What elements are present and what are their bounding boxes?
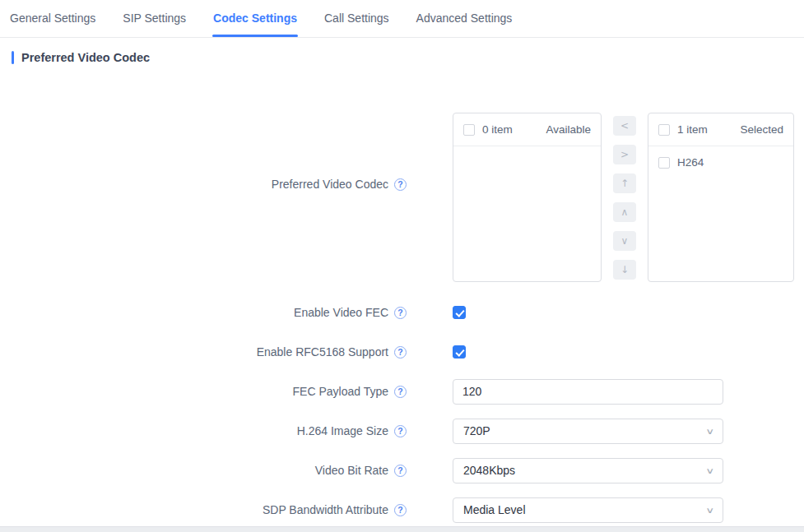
- section-header: Preferred Video Codec: [12, 50, 804, 65]
- chevron-left-icon: <: [620, 121, 629, 131]
- list-item-h264[interactable]: H264: [648, 151, 793, 173]
- sdp-bandwidth-attribute-value: Media Level: [463, 503, 526, 516]
- section-accent-bar: [12, 51, 14, 64]
- help-icon[interactable]: ?: [394, 346, 407, 359]
- dropdown-chevron-icon: ∨: [705, 506, 714, 515]
- selected-list-header: 1 item Selected: [648, 113, 793, 146]
- h264-image-size-label: H.264 Image Size: [297, 424, 388, 437]
- tab-general-settings[interactable]: General Settings: [10, 0, 95, 37]
- help-icon[interactable]: ?: [394, 465, 407, 477]
- preferred-video-codec-label: Preferred Video Codec: [272, 178, 388, 191]
- move-right-button[interactable]: >: [613, 145, 636, 164]
- video-bit-rate-label: Video Bit Rate: [315, 464, 388, 477]
- row-video-bit-rate: Video Bit Rate ? 2048Kbps ∨: [0, 451, 804, 490]
- available-count: 0 item: [482, 123, 513, 136]
- content-bottom-divider: [0, 526, 804, 532]
- move-down-button[interactable]: ∨: [613, 231, 636, 251]
- row-enable-rfc5168: Enable RFC5168 Support ?: [0, 332, 804, 372]
- enable-rfc5168-checkbox[interactable]: [453, 345, 466, 359]
- chevron-right-icon: >: [620, 150, 629, 160]
- chevron-down-icon: ∨: [621, 236, 629, 246]
- move-to-bottom-button[interactable]: ↓: [613, 260, 636, 280]
- move-left-button[interactable]: <: [613, 116, 636, 136]
- h264-checkbox[interactable]: [658, 157, 670, 169]
- help-icon[interactable]: ?: [394, 504, 407, 516]
- selected-list-title: Selected: [740, 123, 783, 136]
- selected-list-body: H264: [648, 146, 793, 173]
- h264-image-size-value: 720P: [463, 424, 490, 437]
- available-select-all-checkbox[interactable]: [463, 124, 475, 136]
- help-icon[interactable]: ?: [394, 386, 407, 398]
- enable-video-fec-checkbox[interactable]: [453, 306, 466, 319]
- selected-count: 1 item: [677, 123, 708, 136]
- tab-advanced-settings[interactable]: Advanced Settings: [416, 0, 513, 37]
- sdp-bandwidth-attribute-label: SDP Bandwidth Attribute: [263, 503, 388, 516]
- section-title: Preferred Video Codec: [21, 51, 150, 64]
- move-up-button[interactable]: ∧: [613, 202, 636, 222]
- enable-rfc5168-label: Enable RFC5168 Support: [257, 345, 388, 359]
- dropdown-chevron-icon: ∨: [705, 427, 714, 436]
- video-bit-rate-select[interactable]: 2048Kbps ∨: [453, 458, 723, 483]
- tab-sip-settings[interactable]: SIP Settings: [123, 0, 186, 37]
- dropdown-chevron-icon: ∨: [705, 466, 714, 475]
- move-to-top-button[interactable]: ↑: [613, 173, 636, 193]
- available-codec-list: 0 item Available: [453, 113, 602, 282]
- help-icon[interactable]: ?: [394, 425, 407, 437]
- tab-codec-settings[interactable]: Codec Settings: [213, 0, 297, 37]
- fec-payload-type-input[interactable]: [453, 379, 723, 405]
- row-enable-video-fec: Enable Video FEC ?: [0, 293, 804, 332]
- help-icon[interactable]: ?: [394, 307, 407, 319]
- row-fec-payload-type: FEC Payload Type ?: [0, 372, 804, 411]
- available-list-body: [453, 146, 601, 151]
- h264-label: H264: [677, 156, 704, 169]
- codec-transfer-widget: 0 item Available < > ↑ ∧: [453, 113, 794, 282]
- arrow-down-icon: ↓: [620, 265, 629, 275]
- selected-select-all-checkbox[interactable]: [658, 124, 670, 136]
- available-list-title: Available: [546, 123, 591, 136]
- selected-codec-list: 1 item Selected H264: [648, 113, 794, 282]
- fec-payload-type-label: FEC Payload Type: [293, 385, 388, 398]
- enable-video-fec-label: Enable Video FEC: [294, 306, 388, 319]
- row-h264-image-size: H.264 Image Size ? 720P ∨: [0, 411, 804, 451]
- available-list-header: 0 item Available: [453, 113, 601, 146]
- tab-call-settings[interactable]: Call Settings: [324, 0, 389, 37]
- help-icon[interactable]: ?: [394, 178, 407, 191]
- row-preferred-video-codec: Preferred Video Codec ? 0 item Available…: [0, 113, 804, 282]
- h264-image-size-select[interactable]: 720P ∨: [453, 419, 723, 444]
- row-sdp-bandwidth-attribute: SDP Bandwidth Attribute ? Media Level ∨: [0, 490, 804, 530]
- video-bit-rate-value: 2048Kbps: [463, 464, 515, 477]
- arrow-up-icon: ↑: [620, 178, 629, 188]
- chevron-up-icon: ∧: [621, 207, 629, 217]
- settings-tab-bar: General Settings SIP Settings Codec Sett…: [0, 0, 804, 38]
- transfer-button-column: < > ↑ ∧ ∨ ↓: [613, 116, 636, 280]
- sdp-bandwidth-attribute-select[interactable]: Media Level ∨: [453, 497, 723, 523]
